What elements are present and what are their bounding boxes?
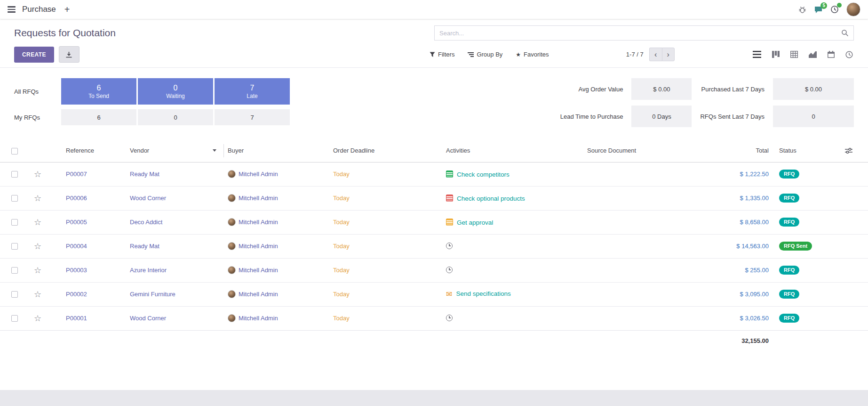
stat-value[interactable]: $ 0.00 <box>631 78 692 100</box>
search-icon[interactable] <box>841 29 849 37</box>
activity-link[interactable]: Send specifications <box>456 290 510 297</box>
list-view-icon[interactable] <box>752 50 762 59</box>
activity-type-icon[interactable] <box>446 243 453 249</box>
buyer-avatar <box>228 242 236 250</box>
favorite-star-icon[interactable]: ☆ <box>34 194 41 203</box>
favorite-star-icon[interactable]: ☆ <box>34 314 41 323</box>
buyer-link[interactable]: Mitchell Admin <box>239 171 278 178</box>
buyer-link[interactable]: Mitchell Admin <box>239 195 278 202</box>
row-checkbox[interactable] <box>11 315 18 322</box>
buyer-link[interactable]: Mitchell Admin <box>239 315 278 322</box>
activity-type-icon[interactable] <box>446 195 453 202</box>
vendor-link[interactable]: Wood Corner <box>130 315 166 322</box>
kanban-view-icon[interactable] <box>771 50 780 59</box>
select-all-checkbox[interactable] <box>11 148 18 154</box>
pivot-view-icon[interactable] <box>789 50 799 59</box>
column-header-source-document[interactable]: Source Document <box>583 139 705 162</box>
activity-type-icon[interactable] <box>446 315 453 321</box>
buyer-link[interactable]: Mitchell Admin <box>239 291 278 298</box>
vendor-link[interactable]: Ready Mat <box>130 171 159 178</box>
my-rfqs-label[interactable]: My RFQs <box>14 109 61 125</box>
vendor-link[interactable]: Deco Addict <box>130 219 162 226</box>
reference-link[interactable]: P00003 <box>66 267 87 274</box>
favorite-star-icon[interactable]: ☆ <box>34 290 41 299</box>
vendor-link[interactable]: Ready Mat <box>130 243 159 250</box>
stat-value[interactable]: $ 0.00 <box>773 78 854 100</box>
favorite-star-icon[interactable]: ☆ <box>34 218 41 227</box>
rfq-status-card[interactable]: 7 Late <box>215 78 290 105</box>
pager-previous-button[interactable]: ‹ <box>649 48 662 61</box>
buyer-link[interactable]: Mitchell Admin <box>239 219 278 226</box>
vendor-link[interactable]: Azure Interior <box>130 267 167 274</box>
optional-columns-toggle[interactable] <box>841 139 868 162</box>
search-input[interactable] <box>439 30 841 37</box>
status-badge: RFQ <box>779 218 799 227</box>
search-box[interactable] <box>434 25 854 41</box>
table-row[interactable]: ☆ P00006 Wood Corner Mitchell Admin Toda… <box>0 186 868 210</box>
import-button[interactable] <box>59 46 80 63</box>
plus-icon[interactable]: + <box>64 5 70 14</box>
column-header-status[interactable]: Status <box>775 139 841 162</box>
activity-type-icon[interactable] <box>446 290 452 299</box>
activity-type-icon[interactable] <box>446 267 453 273</box>
app-name[interactable]: Purchase <box>22 5 56 14</box>
filters-button[interactable]: Filters <box>430 51 454 58</box>
activity-type-icon[interactable] <box>446 171 453 178</box>
buyer-link[interactable]: Mitchell Admin <box>239 267 278 274</box>
table-row[interactable]: ☆ P00004 Ready Mat Mitchell Admin Today … <box>0 234 868 258</box>
reference-link[interactable]: P00004 <box>66 243 87 250</box>
column-header-activities[interactable]: Activities <box>442 139 583 162</box>
column-header-buyer[interactable]: Buyer <box>224 139 329 162</box>
create-button[interactable]: CREATE <box>14 47 54 63</box>
column-header-order-deadline[interactable]: Order Deadline <box>329 139 442 162</box>
reference-link[interactable]: P00002 <box>66 291 87 298</box>
rfq-status-card[interactable]: 0 Waiting <box>138 78 213 105</box>
row-checkbox[interactable] <box>11 219 18 226</box>
reference-link[interactable]: P00001 <box>66 315 87 322</box>
my-rfq-count[interactable]: 0 <box>138 109 213 125</box>
activity-type-icon[interactable] <box>446 219 453 226</box>
favorite-star-icon[interactable]: ☆ <box>34 170 41 179</box>
buyer-link[interactable]: Mitchell Admin <box>239 243 278 250</box>
stat-value[interactable]: 0 <box>773 106 854 127</box>
activity-link[interactable]: Check optional products <box>457 195 525 202</box>
reference-link[interactable]: P00007 <box>66 171 87 178</box>
calendar-view-icon[interactable] <box>827 50 836 59</box>
table-row[interactable]: ☆ P00001 Wood Corner Mitchell Admin Toda… <box>0 306 868 330</box>
table-row[interactable]: ☆ P00002 Gemini Furniture Mitchell Admin… <box>0 282 868 306</box>
rfq-status-card[interactable]: 6 To Send <box>61 78 136 105</box>
vendor-link[interactable]: Gemini Furniture <box>130 291 175 298</box>
row-checkbox[interactable] <box>11 291 18 298</box>
graph-view-icon[interactable] <box>808 50 818 59</box>
all-rfqs-label[interactable]: All RFQs <box>14 78 61 105</box>
activity-link[interactable]: Get approval <box>457 219 493 226</box>
my-rfq-count[interactable]: 6 <box>61 109 136 125</box>
stat-value[interactable]: 0 Days <box>631 106 692 127</box>
vendor-link[interactable]: Wood Corner <box>130 195 166 202</box>
activities-icon[interactable] <box>830 5 839 14</box>
table-row[interactable]: ☆ P00005 Deco Addict Mitchell Admin Toda… <box>0 210 868 234</box>
activity-view-icon[interactable] <box>844 50 854 59</box>
favorite-star-icon[interactable]: ☆ <box>34 242 41 251</box>
bug-icon[interactable] <box>798 6 806 14</box>
messages-icon[interactable]: 5 <box>814 6 823 14</box>
reference-link[interactable]: P00006 <box>66 195 87 202</box>
table-row[interactable]: ☆ P00003 Azure Interior Mitchell Admin T… <box>0 258 868 282</box>
column-header-total[interactable]: Total <box>705 139 775 162</box>
favorite-star-icon[interactable]: ☆ <box>34 266 41 275</box>
row-checkbox[interactable] <box>11 195 18 202</box>
column-header-vendor[interactable]: Vendor <box>126 139 224 162</box>
activity-link[interactable]: Check competitors <box>457 171 510 178</box>
row-checkbox[interactable] <box>11 171 18 178</box>
my-rfq-count[interactable]: 7 <box>215 109 290 125</box>
column-header-reference[interactable]: Reference <box>62 139 126 162</box>
row-checkbox[interactable] <box>11 267 18 274</box>
pager-next-button[interactable]: › <box>662 48 675 61</box>
reference-link[interactable]: P00005 <box>66 219 87 226</box>
apps-menu-icon[interactable] <box>8 6 16 13</box>
group-by-button[interactable]: Group By <box>468 51 502 58</box>
user-avatar[interactable] <box>846 2 860 16</box>
table-row[interactable]: ☆ P00007 Ready Mat Mitchell Admin Today … <box>0 162 868 186</box>
favorites-button[interactable]: ★ Favorites <box>516 51 549 58</box>
row-checkbox[interactable] <box>11 243 18 250</box>
